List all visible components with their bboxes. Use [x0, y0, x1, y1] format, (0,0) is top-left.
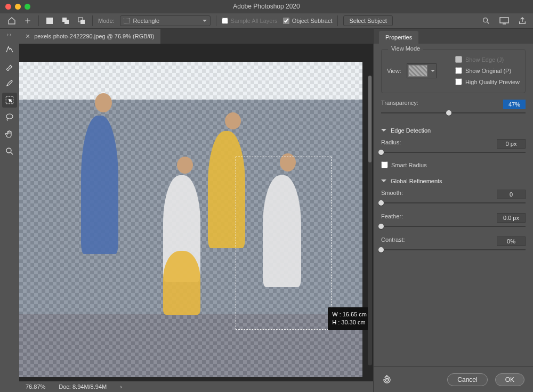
zoom-tool-icon[interactable]	[2, 144, 17, 159]
mode-label: Mode:	[98, 18, 115, 24]
hand-tool-icon[interactable]	[2, 127, 17, 142]
sample-all-checkbox-input[interactable]	[222, 18, 228, 24]
feather-value[interactable]: 0.0 px	[497, 213, 526, 223]
radius-label: Radius:	[381, 139, 401, 149]
mode-value: Rectangle	[133, 18, 160, 24]
global-refinements-title: Global Refinements	[391, 178, 442, 184]
share-icon[interactable]	[517, 15, 528, 26]
svg-rect-5	[124, 18, 130, 23]
selection-size-tooltip: W : 16.65 cm H : 30.30 cm	[328, 307, 371, 330]
panel-tabs: Properties	[374, 29, 533, 44]
contrast-slider[interactable]	[381, 249, 526, 250]
zoom-level[interactable]: 76.87%	[26, 383, 45, 390]
add-selection-icon[interactable]	[60, 15, 71, 26]
svg-rect-2	[64, 20, 69, 24]
ok-button[interactable]: OK	[495, 373, 524, 386]
home-icon[interactable]	[6, 15, 17, 26]
contrast-value[interactable]: 0%	[497, 236, 526, 246]
show-edge-label: Show Edge (J)	[465, 56, 504, 63]
svg-rect-7	[500, 18, 508, 23]
status-bar: 76.87% Doc: 8.94M/8.94M ›	[19, 381, 373, 392]
marquee-selection[interactable]	[236, 157, 332, 330]
search-icon[interactable]	[481, 15, 491, 26]
object-subtract-label: Object Subtract	[292, 18, 333, 24]
view-preview-dropdown[interactable]	[407, 63, 437, 78]
svg-rect-0	[46, 18, 53, 24]
select-subject-button[interactable]: Select Subject	[343, 15, 392, 26]
sample-all-layers-checkbox[interactable]: Sample All Layers	[222, 18, 278, 24]
toolbox-collapse-icon[interactable]: ››	[0, 32, 19, 37]
view-mode-group: View Mode View: Show Edge (J) Show Ori	[381, 49, 526, 93]
transparency-slider[interactable]	[381, 112, 526, 113]
view-thumbnail-icon	[408, 65, 427, 77]
reset-icon[interactable]	[382, 375, 392, 385]
object-subtract-checkbox[interactable]: Object Subtract	[283, 18, 333, 24]
sample-all-label: Sample All Layers	[231, 18, 278, 24]
radius-handle[interactable]	[378, 150, 384, 155]
doc-info[interactable]: Doc: 8.94M/8.94M	[59, 383, 107, 390]
document-tab[interactable]: × pexels-photo-2422290.jpeg @ 76.9% (RGB…	[19, 29, 160, 44]
view-mode-legend: View Mode	[388, 45, 423, 52]
mode-dropdown[interactable]: Rectangle	[120, 15, 211, 26]
global-refinements-header[interactable]: Global Refinements	[381, 178, 526, 184]
quick-selection-tool-icon[interactable]	[2, 42, 17, 56]
window-titlebar: Adobe Photoshop 2020	[0, 0, 533, 13]
properties-panel: Properties View Mode View: Show Edge (J)	[373, 29, 533, 392]
smooth-value[interactable]: 0	[497, 190, 526, 199]
smooth-slider[interactable]	[381, 202, 526, 203]
feather-handle[interactable]	[378, 224, 384, 229]
app-title: Adobe Photoshop 2020	[0, 3, 533, 10]
tooltip-height: H : 30.30 cm	[332, 318, 367, 326]
svg-point-9	[6, 114, 13, 119]
radius-value[interactable]: 0 px	[497, 139, 526, 149]
transparency-label: Transparency:	[381, 100, 418, 109]
properties-tab[interactable]: Properties	[379, 31, 418, 44]
smart-radius-label: Smart Radius	[391, 162, 427, 168]
document-area: × pexels-photo-2422290.jpeg @ 76.9% (RGB…	[19, 29, 373, 392]
document-tab-label: pexels-photo-2422290.jpeg @ 76.9% (RGB/8…	[34, 33, 154, 39]
new-selection-icon[interactable]	[44, 15, 55, 26]
edge-detection-title: Edge Detection	[391, 127, 431, 134]
canvas[interactable]	[19, 62, 362, 377]
status-more-icon[interactable]: ›	[120, 383, 122, 390]
vertical-scrollbar[interactable]	[368, 76, 372, 365]
smart-radius-checkbox[interactable]: Smart Radius	[381, 161, 526, 168]
chevron-down-icon	[381, 129, 386, 134]
canvas-viewport[interactable]: W : 16.65 cm H : 30.30 cm 76.87% Doc: 8.…	[19, 44, 373, 392]
tooltip-width: W : 16.65 cm	[332, 311, 367, 318]
object-subtract-checkbox-input[interactable]	[283, 18, 289, 24]
high-quality-input[interactable]	[455, 78, 462, 85]
options-bar: Mode: Rectangle Sample All Layers Object…	[0, 13, 533, 29]
show-edge-checkbox[interactable]: Show Edge (J)	[455, 56, 520, 63]
brush-tool-icon[interactable]	[2, 76, 17, 91]
svg-point-10	[6, 148, 11, 153]
smart-radius-input[interactable]	[381, 161, 388, 168]
smooth-label: Smooth:	[381, 190, 403, 199]
nudge-icon[interactable]	[22, 15, 33, 26]
close-tab-icon[interactable]: ×	[26, 32, 30, 40]
show-original-input[interactable]	[455, 67, 462, 74]
contrast-handle[interactable]	[378, 247, 384, 252]
svg-rect-4	[80, 20, 85, 24]
chevron-down-icon	[381, 179, 386, 185]
object-selection-tool-icon[interactable]	[2, 93, 17, 108]
feather-label: Feather:	[381, 213, 403, 223]
smooth-handle[interactable]	[378, 200, 384, 206]
screen-mode-icon[interactable]	[499, 15, 510, 26]
view-label: View:	[387, 68, 401, 74]
contrast-label: Contrast:	[381, 236, 405, 246]
refine-edge-brush-icon[interactable]	[2, 59, 17, 74]
show-original-checkbox[interactable]: Show Original (P)	[455, 67, 520, 74]
feather-slider[interactable]	[381, 226, 526, 227]
document-tabs: × pexels-photo-2422290.jpeg @ 76.9% (RGB…	[19, 29, 373, 44]
radius-slider[interactable]	[381, 152, 526, 153]
lasso-tool-icon[interactable]	[2, 110, 17, 125]
high-quality-checkbox[interactable]: High Quality Preview	[455, 78, 520, 85]
show-edge-input	[455, 56, 462, 63]
subtract-selection-icon[interactable]	[76, 15, 87, 26]
transparency-handle[interactable]	[446, 110, 451, 116]
cancel-button[interactable]: Cancel	[447, 373, 487, 386]
transparency-value[interactable]: 47%	[503, 100, 526, 109]
show-original-label: Show Original (P)	[465, 68, 511, 74]
edge-detection-header[interactable]: Edge Detection	[381, 127, 526, 134]
